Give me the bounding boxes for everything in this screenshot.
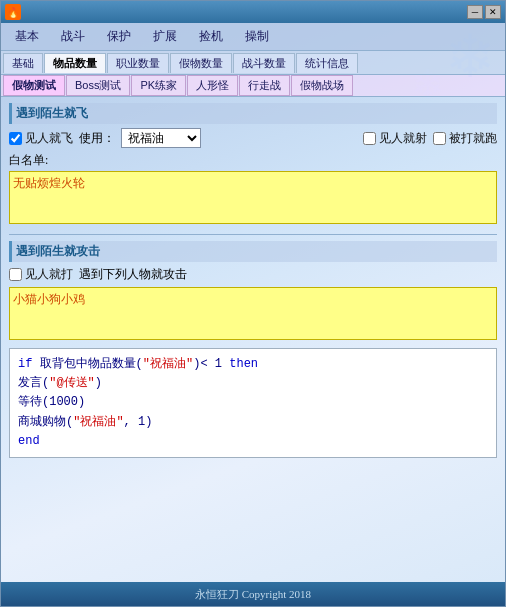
titlebar: 🔥 ─ ✕ bbox=[1, 1, 505, 23]
code-line3: 等待(1000) bbox=[18, 393, 488, 412]
nav3-tab-walk-combat[interactable]: 行走战 bbox=[239, 75, 290, 96]
nav-tab-extend[interactable]: 扩展 bbox=[143, 25, 187, 48]
hit-run-label[interactable]: 被打就跑 bbox=[433, 130, 497, 147]
item-dropdown[interactable]: 祝福油 回城卷 飞行药 bbox=[121, 128, 201, 148]
app-icon: 🔥 bbox=[5, 4, 21, 20]
hit-run-checkbox[interactable] bbox=[433, 132, 446, 145]
code-line2: 发言("@传送") bbox=[18, 374, 488, 393]
fly-control-row: 见人就飞 使用： 祝福油 回城卷 飞行药 见人就射 被打就跑 bbox=[9, 128, 497, 148]
whitelist-textarea[interactable]: 无贴烦煌火轮 bbox=[9, 171, 497, 224]
nav-tab-basic[interactable]: 基本 bbox=[5, 25, 49, 48]
nav3-tab-boss-test[interactable]: Boss测试 bbox=[66, 75, 130, 96]
divider1 bbox=[9, 234, 497, 235]
nav-tab-combat[interactable]: 战斗 bbox=[51, 25, 95, 48]
use-label: 使用： bbox=[79, 130, 115, 147]
content-area: 遇到陌生就飞 见人就飞 使用： 祝福油 回城卷 飞行药 见人就射 被打就跑 白名 bbox=[1, 97, 505, 468]
whitelist-label: 白名单: bbox=[9, 152, 497, 169]
fly-checkbox[interactable] bbox=[9, 132, 22, 145]
nav3-tab-pk[interactable]: PK练家 bbox=[131, 75, 186, 96]
attack-desc: 遇到下列人物就攻击 bbox=[79, 266, 187, 283]
nav2-tab-job-count[interactable]: 职业数量 bbox=[107, 53, 169, 73]
seen-shoot-label[interactable]: 见人就射 bbox=[363, 130, 427, 147]
section-attack-title: 遇到陌生就攻击 bbox=[9, 241, 497, 262]
close-button[interactable]: ✕ bbox=[485, 5, 501, 19]
nav-tab-protect[interactable]: 保护 bbox=[97, 25, 141, 48]
attack-list-textarea[interactable]: 小猫小狗小鸡 bbox=[9, 287, 497, 340]
window-controls: ─ ✕ bbox=[467, 5, 501, 19]
nav2-tab-combat-count[interactable]: 战斗数量 bbox=[233, 53, 295, 73]
code-block: if 取背包中物品数量("祝福油")< 1 then 发言("@传送") 等待(… bbox=[9, 348, 497, 458]
nav-tab-control[interactable]: 操制 bbox=[235, 25, 279, 48]
attack-checkbox-label[interactable]: 见人就打 bbox=[9, 266, 73, 283]
nav3-tab-fake-battlefield[interactable]: 假物战场 bbox=[291, 75, 353, 96]
nav-tab-pick[interactable]: 捡机 bbox=[189, 25, 233, 48]
code-line1: if 取背包中物品数量("祝福油")< 1 then bbox=[18, 355, 488, 374]
section-fly-title: 遇到陌生就飞 bbox=[9, 103, 497, 124]
nav-row3: 假物测试 Boss测试 PK练家 人形怪 行走战 假物战场 bbox=[1, 75, 505, 97]
footer: 永恒狂刀 Copyright 2018 bbox=[1, 582, 505, 606]
minimize-button[interactable]: ─ bbox=[467, 5, 483, 19]
nav-row1: 基本 战斗 保护 扩展 捡机 操制 bbox=[1, 23, 505, 51]
code-line4: 商城购物("祝福油", 1) bbox=[18, 413, 488, 432]
attack-control-row: 见人就打 遇到下列人物就攻击 bbox=[9, 266, 497, 283]
nav-row2: 基础 物品数量 职业数量 假物数量 战斗数量 统计信息 bbox=[1, 51, 505, 75]
nav3-tab-humanoid[interactable]: 人形怪 bbox=[187, 75, 238, 96]
footer-text: 永恒狂刀 Copyright 2018 bbox=[195, 587, 311, 602]
code-line5: end bbox=[18, 432, 488, 451]
main-window: 🔥 ─ ✕ 基本 战斗 保护 扩展 捡机 操制 基础 物品数量 职业数量 假物数… bbox=[0, 0, 506, 607]
nav2-tab-item-count[interactable]: 物品数量 bbox=[44, 53, 106, 73]
seen-shoot-checkbox[interactable] bbox=[363, 132, 376, 145]
nav2-tab-base[interactable]: 基础 bbox=[3, 53, 43, 73]
nav3-tab-fake-test[interactable]: 假物测试 bbox=[3, 75, 65, 96]
nav2-tab-fake-count[interactable]: 假物数量 bbox=[170, 53, 232, 73]
nav2-tab-stats[interactable]: 统计信息 bbox=[296, 53, 358, 73]
fly-checkbox-label[interactable]: 见人就飞 bbox=[9, 130, 73, 147]
attack-checkbox[interactable] bbox=[9, 268, 22, 281]
